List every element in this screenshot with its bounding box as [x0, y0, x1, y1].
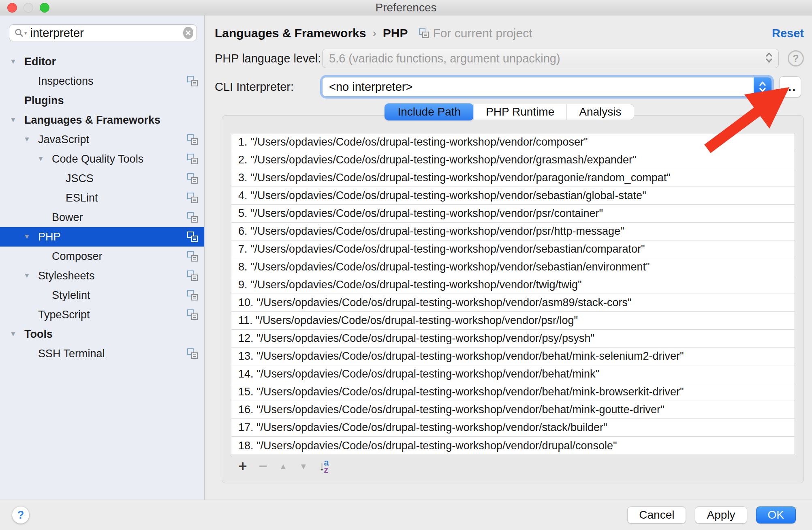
sidebar-item-jscs[interactable]: ▼JSCS — [0, 169, 204, 188]
chevron-down-icon[interactable]: ▼ — [10, 116, 24, 124]
sidebar-item-label: ESLint — [66, 192, 98, 204]
tab-include-path[interactable]: Include Path — [385, 103, 474, 120]
include-path-row[interactable]: 5. "/Users/opdavies/Code/os/drupal-testi… — [231, 205, 795, 223]
include-path-row[interactable]: 18. "/Users/opdavies/Code/os/drupal-test… — [231, 437, 795, 455]
override-settings-icon — [187, 290, 198, 300]
override-settings-icon — [187, 134, 198, 145]
include-path-row[interactable]: 2. "/Users/opdavies/Code/os/drupal-testi… — [231, 151, 795, 169]
sidebar-item-label: TypeScript — [38, 309, 90, 321]
sidebar-item-tools[interactable]: ▼Tools — [0, 324, 204, 344]
override-settings-icon — [187, 309, 198, 320]
sidebar-item-typescript[interactable]: ▼TypeScript — [0, 305, 204, 324]
sidebar-item-code-quality-tools[interactable]: ▼Code Quality Tools — [0, 149, 204, 169]
sidebar-item-javascript[interactable]: ▼JavaScript — [0, 130, 204, 149]
browse-interpreters-button[interactable]: ... — [779, 76, 801, 97]
include-path-row[interactable]: 16. "/Users/opdavies/Code/os/drupal-test… — [231, 401, 795, 419]
cli-interpreter-value: <no interpreter> — [323, 77, 754, 96]
include-path-row[interactable]: 6. "/Users/opdavies/Code/os/drupal-testi… — [231, 223, 795, 240]
cli-stepper-icon[interactable] — [754, 77, 771, 96]
sidebar-item-bower[interactable]: ▼Bower — [0, 208, 204, 227]
language-level-help-icon[interactable]: ? — [788, 50, 804, 67]
include-path-row[interactable]: 11. "/Users/opdavies/Code/os/drupal-test… — [231, 312, 795, 330]
cancel-button[interactable]: Cancel — [627, 506, 686, 524]
sidebar-item-label: Inspections — [38, 75, 94, 88]
tab-php-runtime[interactable]: PHP Runtime — [473, 104, 566, 120]
include-path-row[interactable]: 9. "/Users/opdavies/Code/os/drupal-testi… — [231, 276, 795, 294]
sidebar-item-ssh-terminal[interactable]: ▼SSH Terminal — [0, 344, 204, 363]
remove-path-button[interactable]: − — [253, 458, 273, 474]
include-path-row[interactable]: 3. "/Users/opdavies/Code/os/drupal-testi… — [231, 169, 795, 187]
help-button[interactable]: ? — [12, 506, 29, 524]
include-path-tabs: Include PathPHP RuntimeAnalysis — [385, 104, 634, 120]
stepper-chevrons-icon[interactable] — [765, 51, 774, 66]
clear-search-icon[interactable]: ✕ — [183, 27, 193, 39]
search-scope-caret-icon[interactable]: ▾ — [24, 30, 27, 36]
list-toolbar: + − ▲ ▼ ↓ a z — [231, 458, 795, 474]
chevron-down-icon[interactable]: ▼ — [37, 155, 52, 163]
cli-interpreter-combobox[interactable]: <no interpreter> — [322, 77, 772, 97]
breadcrumb-current: PHP — [383, 26, 408, 40]
settings-sidebar: ▾ ✕ ▼Editor▼Inspections▼Plugins▼Language… — [0, 15, 205, 500]
include-path-panel: 1. "/Users/opdavies/Code/os/drupal-testi… — [222, 115, 804, 483]
override-settings-icon — [187, 270, 198, 281]
chevron-down-icon[interactable]: ▼ — [24, 135, 38, 144]
include-path-row[interactable]: 8. "/Users/opdavies/Code/os/drupal-testi… — [231, 258, 795, 276]
search-area: ▾ ✕ — [0, 15, 204, 41]
sidebar-item-eslint[interactable]: ▼ESLint — [0, 188, 204, 208]
cli-interpreter-row: CLI Interpreter: <no interpreter> ... — [215, 76, 804, 97]
include-path-row[interactable]: 7. "/Users/opdavies/Code/os/drupal-testi… — [231, 240, 795, 258]
tab-analysis[interactable]: Analysis — [566, 104, 633, 120]
scope-label: For current project — [433, 26, 532, 40]
include-path-row[interactable]: 15. "/Users/opdavies/Code/os/drupal-test… — [231, 383, 795, 401]
sidebar-item-plugins[interactable]: ▼Plugins — [0, 91, 204, 110]
sidebar-item-label: Stylelint — [52, 289, 90, 302]
ok-button[interactable]: OK — [756, 506, 796, 524]
sidebar-item-label: SSH Terminal — [38, 348, 105, 360]
sidebar-item-label: Tools — [24, 328, 53, 341]
search-field[interactable]: ▾ ✕ — [9, 24, 197, 41]
move-down-button[interactable]: ▼ — [293, 458, 314, 474]
sidebar-item-php[interactable]: ▼PHP — [0, 227, 204, 247]
php-language-level-select[interactable]: 5.6 (variadic functions, argument unpack… — [322, 49, 779, 68]
reset-link[interactable]: Reset — [772, 27, 804, 40]
override-settings-icon — [187, 251, 198, 262]
dialog-footer: ? Cancel Apply OK — [0, 500, 812, 530]
add-path-button[interactable]: + — [233, 458, 253, 474]
override-settings-icon — [187, 232, 198, 242]
include-path-row[interactable]: 12. "/Users/opdavies/Code/os/drupal-test… — [231, 330, 795, 348]
breadcrumb: Languages & Frameworks › PHP For current… — [215, 24, 804, 42]
sidebar-item-label: JavaScript — [38, 133, 89, 146]
search-input[interactable] — [30, 26, 183, 40]
include-path-row[interactable]: 14. "/Users/opdavies/Code/os/drupal-test… — [231, 365, 795, 383]
sidebar-item-editor[interactable]: ▼Editor — [0, 52, 204, 71]
override-settings-icon — [187, 348, 198, 359]
sidebar-item-label: Composer — [52, 250, 103, 263]
sidebar-item-inspections[interactable]: ▼Inspections — [0, 71, 204, 91]
chevron-down-icon[interactable]: ▼ — [24, 272, 38, 280]
sidebar-item-label: Bower — [52, 211, 83, 224]
include-path-row[interactable]: 13. "/Users/opdavies/Code/os/drupal-test… — [231, 348, 795, 365]
search-icon: ▾ — [14, 28, 27, 38]
include-path-row[interactable]: 10. "/Users/opdavies/Code/os/drupal-test… — [231, 294, 795, 312]
move-up-button[interactable]: ▲ — [273, 458, 293, 474]
apply-button[interactable]: Apply — [695, 506, 747, 524]
sidebar-item-languages-frameworks[interactable]: ▼Languages & Frameworks — [0, 110, 204, 130]
settings-content: Languages & Frameworks › PHP For current… — [205, 15, 812, 500]
window-title: Preferences — [0, 1, 812, 14]
php-language-level-value: 5.6 (variadic functions, argument unpack… — [329, 52, 765, 65]
sort-alphabetically-button[interactable]: ↓ a z — [314, 458, 334, 474]
override-settings-icon — [187, 76, 198, 86]
chevron-down-icon[interactable]: ▼ — [10, 330, 24, 338]
breadcrumb-parent[interactable]: Languages & Frameworks — [215, 26, 366, 40]
include-path-row[interactable]: 17. "/Users/opdavies/Code/os/drupal-test… — [231, 419, 795, 437]
include-path-row[interactable]: 1. "/Users/opdavies/Code/os/drupal-testi… — [231, 133, 795, 151]
sidebar-item-stylesheets[interactable]: ▼Stylesheets — [0, 266, 204, 285]
include-path-row[interactable]: 4. "/Users/opdavies/Code/os/drupal-testi… — [231, 187, 795, 205]
chevron-down-icon[interactable]: ▼ — [24, 233, 38, 241]
chevron-down-icon[interactable]: ▼ — [10, 58, 24, 66]
sidebar-item-composer[interactable]: ▼Composer — [0, 247, 204, 266]
titlebar: Preferences — [0, 0, 812, 15]
sidebar-item-stylelint[interactable]: ▼Stylelint — [0, 285, 204, 305]
breadcrumb-separator-icon: › — [372, 27, 376, 40]
sidebar-item-label: JSCS — [66, 172, 94, 185]
